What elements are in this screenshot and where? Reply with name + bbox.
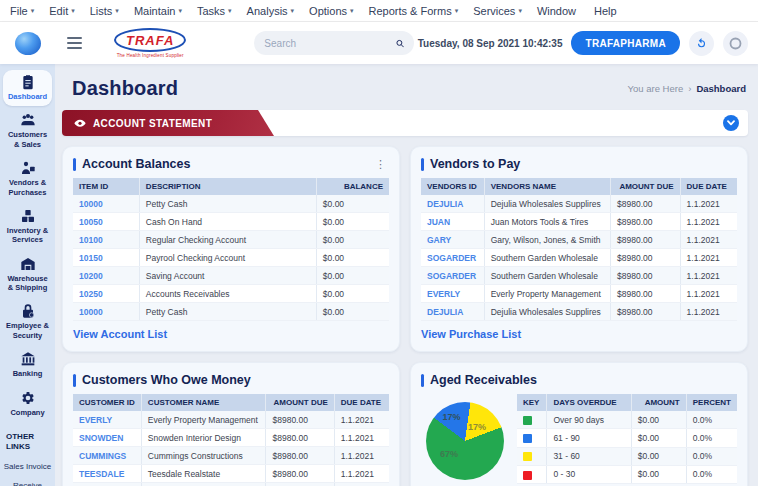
menu-item[interactable]: Services ▾	[473, 5, 522, 17]
table-row[interactable]: 10150 Payrool Checking Account $0.00	[73, 249, 389, 267]
vendor-id-link[interactable]: DEJULIA	[421, 195, 484, 213]
sidebar-item-warehouse-shipping[interactable]: Warehouse & Shipping	[3, 252, 52, 298]
column-header[interactable]: AMOUNT DUE	[266, 394, 334, 411]
menu-item[interactable]: Reports & Forms ▾	[369, 5, 459, 17]
menu-item[interactable]: Options ▾	[309, 5, 353, 17]
table-row[interactable]: SNOWDEN Snowden Interior Design $8980.00…	[73, 483, 389, 486]
datetime-label: Tuesday, 08 Sep 2021 10:42:35	[418, 38, 563, 49]
sidebar-item-dashboard[interactable]: Dashboard	[3, 70, 52, 106]
column-header[interactable]: ITEM ID	[73, 178, 139, 195]
table-row[interactable]: 10200 Saving Account $0.00	[73, 267, 389, 285]
vendor-name-cell: Southern Garden Wholesale	[484, 249, 610, 267]
amount-due-cell: $8980.00	[611, 249, 681, 267]
item-id-link[interactable]: 10200	[73, 267, 139, 285]
sidebar-item-employee-security[interactable]: Employee & Security	[3, 299, 52, 345]
table-row[interactable]: EVERLY Everly Property Management $8980.…	[73, 411, 389, 429]
search-icon[interactable]	[396, 37, 404, 50]
power-button[interactable]	[723, 31, 748, 56]
table-row[interactable]: 10050 Cash On Hand $0.00	[73, 213, 389, 231]
column-header[interactable]: VENDORS NAME	[484, 178, 610, 195]
vendor-id-link[interactable]: SOGARDER	[421, 249, 484, 267]
table-row[interactable]: SNOWDEN Snowden Interior Design $8980.00…	[73, 429, 389, 447]
amount-due-cell: $8980.00	[611, 303, 681, 321]
column-header[interactable]: CUSTOMER ID	[73, 394, 141, 411]
sidebar-item-banking[interactable]: Banking	[3, 347, 52, 383]
description-cell: Regular Checking Account	[139, 231, 316, 249]
view-purchase-list-link[interactable]: View Purchase List	[421, 328, 521, 340]
column-header[interactable]: BALANCE	[316, 178, 389, 195]
column-header[interactable]: DUE DATE	[680, 178, 737, 195]
vendor-id-link[interactable]: JUAN	[421, 213, 484, 231]
column-header[interactable]: DAYS OVERDUE	[547, 394, 631, 411]
vendor-id-link[interactable]: GARY	[421, 231, 484, 249]
item-id-link[interactable]: 10250	[73, 285, 139, 303]
search-input[interactable]	[264, 38, 396, 49]
column-header[interactable]: DUE DATE	[334, 394, 389, 411]
menu-item[interactable]: Lists ▾	[90, 5, 119, 17]
column-header[interactable]: AMOUNT DUE	[611, 178, 681, 195]
vendor-id-link[interactable]: DEJULIA	[421, 303, 484, 321]
item-id-link[interactable]: 10150	[73, 249, 139, 267]
column-header[interactable]: AMOUNT	[631, 394, 686, 411]
menu-item[interactable]: Help	[594, 5, 620, 17]
item-id-link[interactable]: 10000	[73, 195, 139, 213]
table-row[interactable]: 10100 Regular Checking Account $0.00	[73, 231, 389, 249]
sidebar-link-receive-money-form[interactable]: Receive Money Form	[0, 481, 55, 486]
menu-item[interactable]: Maintain ▾	[134, 5, 182, 17]
customer-id-link[interactable]: SNOWDEN	[73, 429, 141, 447]
search-box[interactable]	[254, 31, 414, 55]
pie-slice-label: 17%	[468, 422, 486, 432]
table-row[interactable]: 10250 Accounts Receivables $0.00	[73, 285, 389, 303]
table-row[interactable]: SOGARDER Southern Garden Wholesale $8980…	[421, 249, 737, 267]
menu-item[interactable]: Analysis ▾	[247, 5, 294, 17]
table-row[interactable]: JUAN Juan Motors Tools & Tires $8980.00 …	[421, 213, 737, 231]
sidebar-item-company[interactable]: Company	[3, 386, 52, 422]
sidebar-item-vendors-purchases[interactable]: Vendors & Purchases	[3, 156, 52, 202]
menu-item[interactable]: Tasks ▾	[197, 5, 232, 17]
company-logo: TRAFA The Health Ingredient Supplier	[114, 28, 186, 58]
aged-receivables-table: KEY DAYS OVERDUE AMOUNT PERCENT Over 90 …	[517, 394, 737, 484]
table-row[interactable]: GARY Gary, Wilson, Jones, & Smith $8980.…	[421, 231, 737, 249]
refresh-button[interactable]	[689, 31, 714, 56]
item-id-link[interactable]: 10100	[73, 231, 139, 249]
table-row[interactable]: 10000 Petty Cash $0.00	[73, 195, 389, 213]
vendor-id-link[interactable]: EVERLY	[421, 285, 484, 303]
table-row[interactable]: SOGARDER Southern Garden Wholesale $8980…	[421, 267, 737, 285]
column-header[interactable]: VENDORS ID	[421, 178, 484, 195]
breadcrumb-current[interactable]: Dashboard	[696, 83, 746, 94]
table-row[interactable]: 10000 Petty Cash $0.00	[73, 303, 389, 321]
sidebar-item-inventory-services[interactable]: Inventory & Services	[3, 204, 52, 250]
table-row[interactable]: 61 - 90 $0.00 0.0%	[517, 429, 737, 447]
table-row[interactable]: 0 - 30 $0.00 0.0%	[517, 465, 737, 483]
customer-id-link[interactable]: TEESDALE	[73, 465, 141, 483]
view-account-list-link[interactable]: View Account List	[73, 328, 167, 340]
column-header[interactable]: KEY	[517, 394, 547, 411]
column-header[interactable]: CUSTOMER NAME	[141, 394, 266, 411]
column-header[interactable]: DESCRIPTION	[139, 178, 316, 195]
menu-item[interactable]: Window	[537, 5, 579, 17]
menu-item[interactable]: File ▾	[10, 5, 34, 17]
table-row[interactable]: Over 90 days $0.00 0.0%	[517, 411, 737, 429]
customer-id-link[interactable]: CUMMINGS	[73, 447, 141, 465]
table-row[interactable]: CUMMINGS Cummings Constructions $8980.00…	[73, 447, 389, 465]
sidebar-item-customers-sales[interactable]: Customers & Sales	[3, 108, 52, 154]
collapse-chevron-button[interactable]	[723, 115, 739, 131]
company-button[interactable]: TRAFAPHARMA	[571, 31, 680, 55]
vendor-id-link[interactable]: SOGARDER	[421, 267, 484, 285]
column-header[interactable]: PERCENT	[686, 394, 737, 411]
menu-item[interactable]: Edit ▾	[49, 5, 74, 17]
item-id-link[interactable]: 10000	[73, 303, 139, 321]
table-row[interactable]: EVERLY Everly Property Management $8980.…	[421, 285, 737, 303]
hamburger-menu-icon[interactable]	[67, 37, 82, 49]
customer-id-link[interactable]: SNOWDEN	[73, 483, 141, 486]
customer-id-link[interactable]: EVERLY	[73, 411, 141, 429]
due-date-cell: 1.1.2021	[680, 195, 737, 213]
table-row[interactable]: TEESDALE Teesdale Realstate $8980.00 1.1…	[73, 465, 389, 483]
item-id-link[interactable]: 10050	[73, 213, 139, 231]
table-row[interactable]: 31 - 60 $0.00 0.0%	[517, 447, 737, 465]
account-statement-bar[interactable]: ACCOUNT STATEMENT	[62, 110, 748, 136]
table-row[interactable]: DEJULIA Dejulia Wholesales Supplires $89…	[421, 195, 737, 213]
kebab-menu-icon[interactable]: ⋮	[372, 158, 389, 171]
table-row[interactable]: DEJULIA Dejulia Wholesales Supplires $89…	[421, 303, 737, 321]
sidebar-link-sales-invoice[interactable]: Sales Invoice	[4, 462, 52, 472]
